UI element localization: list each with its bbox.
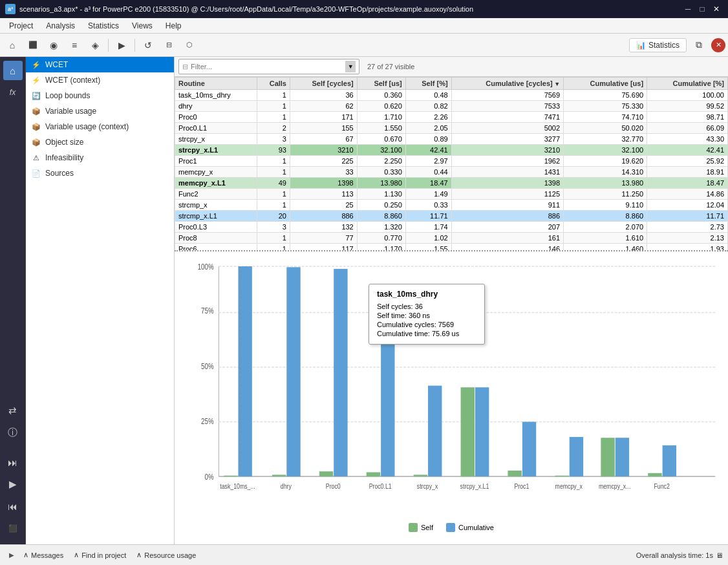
table-row[interactable]: dhry1620.6200.82753375.33099.52 (175, 101, 728, 112)
col-cum-us[interactable]: Cumulative [us] (564, 78, 647, 90)
svg-text:50%: 50% (201, 361, 213, 370)
table-row[interactable]: Proc611171.1701.551461.4601.93 (175, 244, 728, 252)
table-cell: 2.05 (405, 123, 451, 134)
table-cell: Proc0.L1 (175, 123, 257, 134)
toolbar-record[interactable]: ⬛ (23, 36, 43, 54)
table-cell: 1398 (451, 178, 563, 189)
title-bar: a³ scenarios_a3.apx* - a³ for PowerPC e2… (0, 0, 728, 18)
sidebar-item-infeasibility[interactable]: ⚠ Infeasibility (26, 150, 174, 165)
sidebar-icon-arrows[interactable]: ⇄ (3, 401, 23, 420)
table-row[interactable]: Func211131.1301.49112511.25014.86 (175, 189, 728, 200)
table-cell: 100.00 (647, 90, 728, 101)
data-table-container[interactable]: Routine Calls Self [cycles] Self [us] Se… (175, 77, 728, 251)
table-cell: 25 (290, 200, 357, 211)
table-cell: 93 (257, 145, 290, 156)
table-header-row: Routine Calls Self [cycles] Self [us] Se… (175, 78, 728, 90)
table-cell: 0.44 (405, 167, 451, 178)
col-routine[interactable]: Routine (175, 78, 257, 90)
table-row[interactable]: memcpy_x.L149139813.98018.47139813.98018… (175, 178, 728, 189)
table-cell: 171 (290, 112, 357, 123)
table-cell: 2.13 (647, 233, 728, 244)
svg-text:Proc1: Proc1 (514, 482, 529, 490)
col-cum-pct[interactable]: Cumulative [%] (647, 78, 728, 90)
table-row[interactable]: strcmp_x.L1208868.86011.718868.86011.71 (175, 211, 728, 222)
sidebar-item-variable-context[interactable]: 📦 Variable usage (context) (26, 119, 174, 134)
table-cell: 1.170 (357, 244, 405, 252)
sidebar-icon-rew[interactable]: ⏮ (3, 496, 23, 516)
close-button[interactable]: ✕ (710, 3, 723, 16)
col-self-us[interactable]: Self [us] (357, 78, 405, 90)
sidebar-icon-home[interactable]: ⌂ (3, 61, 23, 80)
table-cell: 1 (257, 156, 290, 167)
table-row[interactable]: strcmp_x1250.2500.339119.11012.04 (175, 200, 728, 211)
filter-input-wrap: ⊟ ▼ (178, 59, 359, 74)
table-cell: 18.47 (647, 178, 728, 189)
toolbar-settings[interactable]: ◈ (85, 36, 105, 54)
table-row[interactable]: task_10ms_dhry1360.3600.48756975.690100.… (175, 90, 728, 101)
analysis-sidebar: ⚡ WCET ⚡ WCET (context) 🔄 Loop bounds 📦 … (26, 57, 175, 544)
sidebar-item-object-size[interactable]: 📦 Object size (26, 134, 174, 150)
filter-input[interactable] (191, 63, 343, 70)
messages-panel[interactable]: ∧ Messages (18, 551, 69, 559)
table-cell: 62 (290, 101, 357, 112)
toolbar-play[interactable]: ▶ (112, 36, 131, 54)
col-self-cycles[interactable]: Self [cycles] (290, 78, 357, 90)
menu-views[interactable]: Views (125, 18, 159, 33)
table-cell: 0.330 (357, 167, 405, 178)
sidebar-icon-info[interactable]: ⓘ (3, 423, 23, 442)
table-row[interactable]: Proc011711.7102.26747174.71098.71 (175, 112, 728, 123)
sidebar-item-loop-bounds[interactable]: 🔄 Loop bounds (26, 88, 174, 103)
sidebar-icon-fx[interactable]: fx (3, 83, 23, 102)
toolbar-filter[interactable]: ⊟ (159, 36, 178, 54)
sidebar-item-sources[interactable]: 📄 Sources (26, 165, 174, 181)
sidebar-icon-ff[interactable]: ⏭ (3, 453, 23, 472)
menu-project[interactable]: Project (3, 18, 39, 33)
table-row[interactable]: Proc81770.7701.021611.6102.13 (175, 233, 728, 244)
sidebar-label-infeasibility: Infeasibility (45, 153, 83, 162)
filter-dropdown-button[interactable]: ▼ (345, 61, 356, 72)
minimize-button[interactable]: ─ (681, 3, 694, 16)
sidebar-item-wcet[interactable]: ⚡ WCET (26, 57, 174, 72)
sidebar-item-variable-usage[interactable]: 📦 Variable usage (26, 103, 174, 119)
col-calls[interactable]: Calls (257, 78, 290, 90)
legend-self-label: Self (421, 524, 433, 531)
toolbar-refresh[interactable]: ↺ (138, 36, 158, 54)
table-row[interactable]: Proc0.L331321.3201.742072.0702.73 (175, 222, 728, 233)
toolbar-export[interactable]: ⬡ (180, 36, 199, 54)
menu-statistics[interactable]: Statistics (81, 18, 125, 33)
sidebar-icon-stop[interactable]: ⬛ (3, 518, 23, 538)
screen-icon: 🖥 (716, 551, 723, 559)
visible-count: 27 of 27 visible (367, 63, 414, 70)
table-row[interactable]: strcpy_x3670.6700.89327732.77043.30 (175, 134, 728, 145)
table-row[interactable]: Proc112252.2502.97196219.62025.92 (175, 156, 728, 167)
maximize-button[interactable]: □ (696, 3, 709, 16)
toolbar-close-red[interactable]: ✕ (711, 38, 725, 52)
table-cell: Proc0 (175, 112, 257, 123)
col-self-pct[interactable]: Self [%] (405, 78, 451, 90)
statistics-panel-button[interactable]: 📊 Statistics (629, 38, 687, 52)
col-cum-cycles[interactable]: Cumulative [cycles] (451, 78, 563, 90)
table-row[interactable]: strcpy_x.L193321032.10042.41321032.10042… (175, 145, 728, 156)
svg-text:100%: 100% (198, 262, 214, 272)
table-cell: 161 (451, 233, 563, 244)
svg-rect-38 (648, 473, 661, 476)
toolbar-home[interactable]: ⌂ (3, 36, 22, 54)
toolbar-window-tile[interactable]: ⧉ (689, 36, 709, 54)
toolbar-circle[interactable]: ◉ (44, 36, 63, 54)
toolbar-list[interactable]: ≡ (65, 36, 84, 54)
find-panel[interactable]: ∧ Find in project (69, 551, 131, 559)
sidebar-icon-play[interactable]: ▶ (3, 474, 23, 494)
table-row[interactable]: memcpy_x1330.3300.44143114.31018.91 (175, 167, 728, 178)
menu-help[interactable]: Help (159, 18, 188, 33)
menu-analysis[interactable]: Analysis (39, 18, 81, 33)
table-cell: 0.360 (357, 90, 405, 101)
table-cell: 1 (257, 112, 290, 123)
resource-panel[interactable]: ∧ Resource usage (131, 551, 201, 559)
bottom-expand-icon[interactable]: ▶ (5, 549, 18, 562)
table-cell: 1.320 (357, 222, 405, 233)
table-cell: 2.97 (405, 156, 451, 167)
table-cell: 1 (257, 90, 290, 101)
table-cell: 0.620 (357, 101, 405, 112)
sidebar-item-wcet-context[interactable]: ⚡ WCET (context) (26, 72, 174, 88)
table-row[interactable]: Proc0.L121551.5502.05500250.02066.09 (175, 123, 728, 134)
